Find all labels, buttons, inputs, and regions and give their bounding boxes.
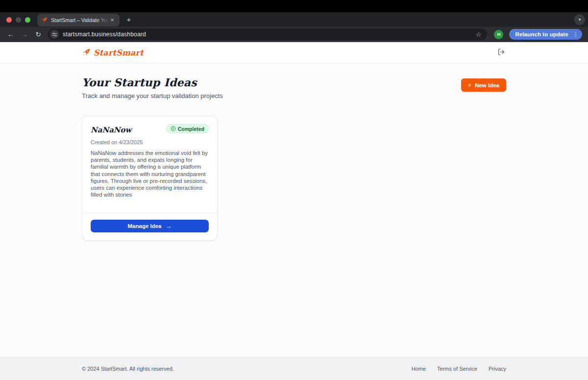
page-viewport: StartSmart Your Startup Ideas Track and …	[0, 42, 588, 380]
idea-card-footer: Manage Idea →	[82, 213, 217, 240]
url-text[interactable]: startsmart.business/dashboard	[63, 31, 473, 38]
browser-menu-kebab-icon[interactable]: ⋮	[572, 31, 579, 38]
window-controls	[0, 17, 37, 23]
idea-description: NaNaNow addresses the emotional void fel…	[91, 150, 209, 198]
rocket-logo-icon	[82, 48, 91, 57]
manage-idea-label: Manage Idea	[127, 223, 161, 229]
site-header: StartSmart	[0, 42, 588, 63]
footer-link-home[interactable]: Home	[412, 366, 426, 372]
bookmark-star-icon[interactable]: ☆	[473, 31, 483, 38]
manage-idea-button[interactable]: Manage Idea →	[91, 220, 209, 232]
tab-strip: StartSmart – Validate Your St × + ▾	[0, 12, 588, 27]
tab-title-fade	[96, 14, 109, 26]
status-label: Completed	[178, 126, 204, 132]
logo-text: StartSmart	[94, 48, 144, 57]
status-badge: Completed	[166, 124, 209, 133]
copyright-text: © 2024 StartSmart. All rights reserved.	[82, 366, 174, 372]
new-idea-button[interactable]: + New Idea	[461, 78, 506, 92]
reload-icon[interactable]: ↻	[32, 28, 44, 40]
startsmart-logo[interactable]: StartSmart	[82, 48, 144, 57]
logout-icon[interactable]	[497, 48, 506, 57]
forward-icon[interactable]: →	[19, 28, 30, 40]
tab-search-chevron-icon[interactable]: ▾	[574, 14, 585, 25]
site-info-icon[interactable]	[50, 30, 59, 39]
footer-link-terms[interactable]: Terms of Service	[437, 366, 477, 372]
page-head: Your Startup Ideas Track and manage your…	[82, 76, 506, 100]
profile-avatar[interactable]: H	[494, 30, 503, 39]
idea-title: NaNaNow	[91, 124, 132, 134]
browser-toolbar: ← → ↻ startsmart.business/dashboard ☆ H …	[0, 27, 588, 42]
page-subtitle: Track and manage your startup validation…	[82, 92, 223, 100]
arrow-right-icon: →	[166, 223, 172, 229]
relaunch-label: Relaunch to update	[515, 31, 568, 37]
zoom-window-button[interactable]	[25, 17, 30, 23]
site-footer: © 2024 StartSmart. All rights reserved. …	[0, 357, 588, 380]
check-circle-icon	[171, 126, 176, 131]
idea-card: NaNaNow Completed Created on 4/23/2025 N…	[82, 116, 218, 241]
footer-links: Home Terms of Service Privacy	[412, 366, 506, 372]
page-title: Your Startup Ideas	[82, 76, 223, 89]
idea-created-date: Created on 4/23/2025	[91, 139, 209, 145]
window-top-strip	[0, 0, 588, 12]
minimize-window-button[interactable]	[16, 17, 21, 23]
new-tab-button[interactable]: +	[122, 13, 135, 26]
footer-link-privacy[interactable]: Privacy	[489, 366, 506, 372]
close-window-button[interactable]	[6, 17, 12, 23]
main-content: Your Startup Ideas Track and manage your…	[0, 63, 588, 357]
back-icon[interactable]: ←	[5, 28, 17, 40]
address-bar[interactable]: startsmart.business/dashboard ☆	[48, 28, 487, 40]
tab-close-icon[interactable]: ×	[108, 16, 116, 24]
browser-tab[interactable]: StartSmart – Validate Your St ×	[37, 14, 120, 26]
relaunch-to-update-button[interactable]: Relaunch to update ⋮	[509, 29, 582, 40]
plus-icon: +	[468, 81, 472, 89]
rocket-favicon-icon	[41, 17, 48, 24]
new-idea-label: New Idea	[475, 82, 499, 88]
